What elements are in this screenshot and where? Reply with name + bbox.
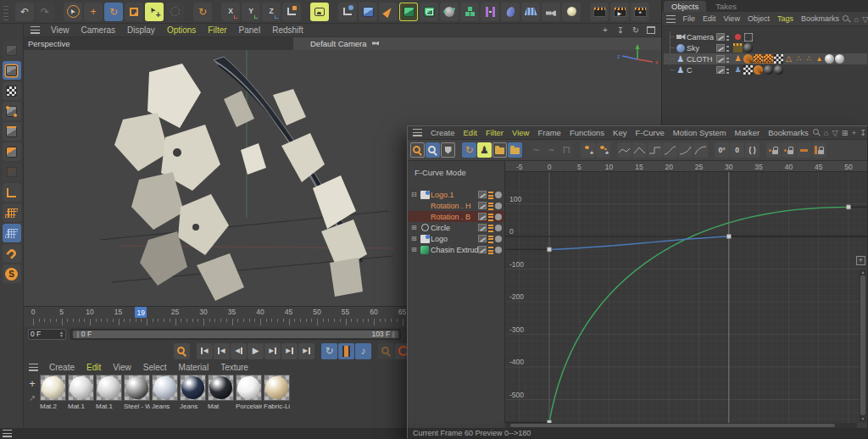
expander-icon[interactable]: ⊞ bbox=[411, 224, 419, 231]
fcurve-menu-icon[interactable] bbox=[413, 129, 422, 136]
record-dot-tag[interactable] bbox=[733, 32, 743, 42]
material-thumbnail[interactable] bbox=[236, 375, 262, 401]
fc-move-icon[interactable]: + bbox=[852, 128, 857, 137]
quantize-rotate[interactable]: ↻ bbox=[193, 3, 212, 21]
render-settings[interactable] bbox=[631, 3, 649, 21]
material-thumbnail[interactable] bbox=[124, 375, 150, 401]
edit-toggle-icon[interactable] bbox=[478, 202, 487, 209]
tweak-mode[interactable] bbox=[3, 163, 21, 181]
visibility-dots[interactable] bbox=[726, 44, 729, 52]
object-menu-tags[interactable]: Tags bbox=[773, 14, 797, 23]
solo-circle-icon[interactable] bbox=[495, 192, 502, 198]
show-keyframes[interactable] bbox=[338, 343, 354, 359]
fcurve-menu-key[interactable]: Key bbox=[609, 128, 631, 137]
expander-icon[interactable]: ⊟ bbox=[411, 191, 419, 198]
break-tangents[interactable] bbox=[812, 142, 826, 158]
fcurve-track-logo[interactable]: ⊞Logo bbox=[408, 233, 504, 244]
material-mat-2-0[interactable]: Mat.2 bbox=[40, 375, 66, 411]
soft-selection[interactable] bbox=[165, 3, 184, 21]
edit-toggle-icon[interactable] bbox=[716, 44, 725, 52]
object-row-c[interactable]: C bbox=[664, 64, 867, 75]
fcurve-menu-marker[interactable]: Marker bbox=[731, 128, 765, 137]
object-row-sky[interactable]: Sky bbox=[664, 42, 867, 53]
zero-angle[interactable]: 0° bbox=[715, 142, 729, 158]
solo-circle-icon[interactable] bbox=[495, 214, 502, 220]
fcurve-menu-create[interactable]: Create bbox=[426, 128, 459, 137]
sphere-dot-tag[interactable] bbox=[754, 65, 763, 75]
render-view[interactable] bbox=[590, 3, 609, 21]
object-menu-view[interactable]: View bbox=[720, 14, 743, 23]
person-tag[interactable] bbox=[733, 54, 743, 64]
model-mode[interactable] bbox=[3, 61, 21, 80]
lock-x-axis[interactable]: X bbox=[221, 3, 240, 21]
edit-toggle-icon[interactable] bbox=[478, 213, 487, 220]
edit-toggle-icon[interactable] bbox=[716, 55, 725, 63]
texture-mode[interactable] bbox=[3, 81, 21, 100]
add-camera[interactable] bbox=[542, 3, 560, 21]
lock-workplane[interactable] bbox=[3, 224, 21, 242]
material-thumbnail[interactable] bbox=[152, 375, 178, 401]
link-selection[interactable] bbox=[508, 142, 522, 158]
mat-dark-tag[interactable] bbox=[774, 65, 783, 75]
workplane-axis[interactable] bbox=[338, 3, 357, 21]
material-thumbnail[interactable] bbox=[208, 375, 234, 401]
material-menu-create[interactable]: Create bbox=[43, 363, 81, 372]
timeline-ruler[interactable]: 05101525303540455055606519 bbox=[24, 306, 407, 327]
fc-add-icon[interactable]: ⊞ bbox=[842, 128, 849, 137]
dots-tag[interactable] bbox=[794, 54, 804, 64]
view-label[interactable]: Perspective bbox=[28, 39, 70, 48]
edit-toggle-icon[interactable] bbox=[478, 235, 487, 242]
tangent-step[interactable] bbox=[648, 142, 662, 158]
symmetry[interactable] bbox=[481, 3, 499, 21]
tangent-spline[interactable] bbox=[617, 142, 632, 158]
tangent-linear[interactable] bbox=[632, 142, 647, 158]
material-menu-icon[interactable] bbox=[29, 364, 38, 371]
material-menu-material[interactable]: Material bbox=[173, 363, 215, 372]
key-dots[interactable] bbox=[488, 202, 493, 210]
set-keyframe[interactable] bbox=[174, 343, 190, 359]
snapshot-compare[interactable]: ~ bbox=[544, 142, 559, 158]
checker-tag[interactable] bbox=[774, 54, 783, 64]
fcurve-menu-motion-system[interactable]: Motion System bbox=[669, 128, 731, 137]
mat-light-tag[interactable] bbox=[835, 54, 844, 64]
expander-icon[interactable]: ⊞ bbox=[411, 246, 419, 253]
dashed-box-tag[interactable] bbox=[743, 32, 753, 42]
viewport-menu-icon[interactable] bbox=[31, 26, 40, 34]
lock-z-axis[interactable]: Z bbox=[262, 3, 281, 21]
viewport-rotate[interactable]: ↻ bbox=[630, 25, 642, 36]
edit-toggle-icon[interactable] bbox=[478, 191, 487, 198]
lock-y-axis[interactable]: Y bbox=[242, 3, 260, 21]
add-cube[interactable] bbox=[359, 3, 377, 21]
fcurve-frame-ruler[interactable]: -505101520253035404550 bbox=[505, 161, 867, 172]
material-mat-1-1[interactable]: Mat.1 bbox=[68, 375, 94, 411]
preview-range-bar[interactable]: ∥ 0 F 103 F ∥ bbox=[73, 331, 398, 338]
material-thumbnail[interactable] bbox=[96, 375, 122, 401]
viewport-menu-view[interactable]: View bbox=[45, 25, 75, 35]
viewport-solo[interactable] bbox=[310, 3, 329, 21]
material-menu-edit[interactable]: Edit bbox=[81, 363, 107, 372]
show-animated-only[interactable]: ♟ bbox=[477, 142, 492, 158]
object-menu-edit[interactable]: Edit bbox=[699, 14, 721, 23]
current-frame-field[interactable]: 0 F ▲▼ bbox=[28, 329, 66, 340]
keyframe-selection[interactable] bbox=[378, 343, 394, 359]
fcurve-graph[interactable]: -505101520253035404550 1000-100-200-300-… bbox=[505, 161, 867, 423]
object-menu-object[interactable]: Object bbox=[743, 14, 773, 23]
key-dots[interactable] bbox=[488, 246, 493, 254]
point-mode[interactable] bbox=[3, 102, 21, 120]
compositing-tag[interactable] bbox=[733, 43, 743, 53]
lock-tangent-lengths[interactable] bbox=[782, 142, 796, 158]
ease-in[interactable] bbox=[678, 142, 693, 158]
goto-end[interactable]: ▶ bbox=[298, 343, 314, 359]
undo[interactable]: ↶ bbox=[15, 3, 34, 21]
deformer-bend[interactable] bbox=[501, 3, 520, 21]
graph-vertical-scrollbar[interactable]: ▲▼ bbox=[860, 270, 866, 421]
edit-toggle-icon[interactable] bbox=[716, 33, 725, 41]
fcurve-menu-filter[interactable]: Filter bbox=[481, 128, 508, 137]
material-menu-texture[interactable]: Texture bbox=[214, 363, 254, 372]
fcurve-menu-view[interactable]: View bbox=[508, 128, 533, 137]
weave-tag[interactable] bbox=[754, 54, 763, 64]
auto-weighting[interactable] bbox=[797, 142, 811, 158]
material-thumbnail[interactable] bbox=[264, 375, 290, 401]
active-move-tool[interactable] bbox=[145, 3, 164, 21]
viewport-menu-display[interactable]: Display bbox=[121, 25, 161, 35]
